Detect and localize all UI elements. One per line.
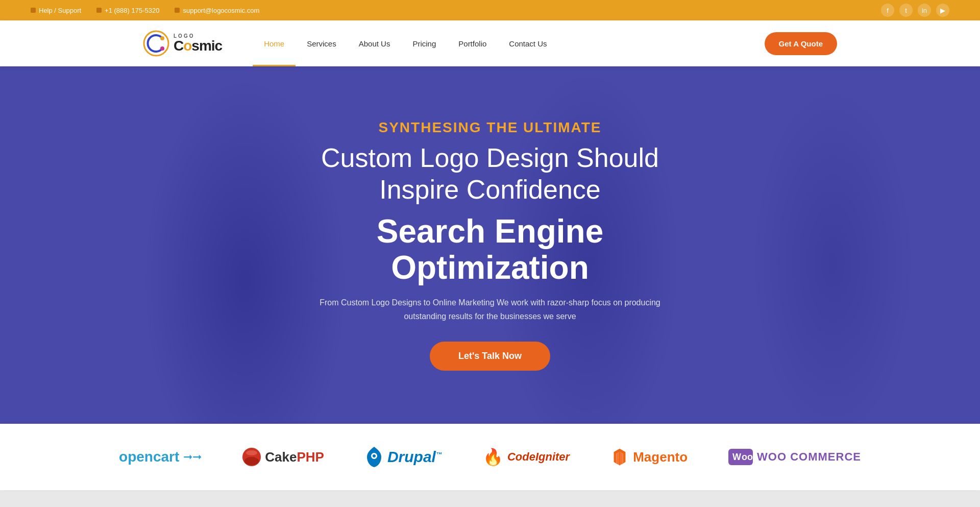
- svg-point-2: [160, 46, 164, 51]
- facebook-icon[interactable]: f: [881, 4, 894, 17]
- cakephp-text: CakePHP: [265, 449, 324, 465]
- hero-title: Custom Logo Design Should Inspire Confid…: [281, 142, 699, 206]
- nav-links: Home Services About Us Pricing Portfolio…: [253, 20, 764, 66]
- nav-pricing[interactable]: Pricing: [401, 20, 447, 66]
- hero-description: From Custom Logo Designs to Online Marke…: [316, 296, 664, 323]
- logo[interactable]: LOGO Cosmic: [143, 30, 222, 57]
- phone-item[interactable]: +1 (888) 175-5320: [96, 7, 159, 14]
- svg-point-6: [246, 450, 257, 455]
- lets-talk-button[interactable]: Let's Talk Now: [430, 342, 550, 371]
- help-icon: [31, 8, 36, 13]
- logo-icon: [143, 30, 169, 57]
- nav-about[interactable]: About Us: [348, 20, 402, 66]
- hero-heading: Search Engine Optimization: [281, 213, 699, 285]
- nav-home[interactable]: Home: [253, 20, 296, 66]
- logo-text: LOGO Cosmic: [174, 34, 222, 53]
- twitter-icon[interactable]: t: [899, 4, 913, 17]
- svg-point-5: [244, 457, 259, 465]
- svg-text:oo: oo: [742, 452, 753, 462]
- linkedin-icon[interactable]: in: [918, 4, 931, 17]
- opencart-text: opencart: [119, 449, 179, 465]
- email-item[interactable]: support@logocosmic.com: [175, 7, 259, 14]
- hero-section: SYNTHESING THE ULTIMATE Custom Logo Desi…: [0, 66, 980, 424]
- get-quote-button[interactable]: Get A Quote: [765, 32, 837, 55]
- logo-bottom-text: Cosmic: [174, 39, 222, 53]
- drupal-icon: [365, 446, 383, 468]
- magento-icon: [610, 448, 629, 466]
- svg-text:W: W: [732, 452, 741, 462]
- woocommerce-text: WOO COMMERCE: [757, 450, 861, 464]
- hero-content: SYNTHESING THE ULTIMATE Custom Logo Desi…: [271, 119, 709, 371]
- navbar: LOGO Cosmic Home Services About Us Prici…: [0, 20, 980, 66]
- nav-services[interactable]: Services: [296, 20, 348, 66]
- brands-strip: opencart ➞➞ CakePHP Drupal™ 🔥 CodeIgnite…: [0, 424, 980, 490]
- cakephp-brand[interactable]: CakePHP: [242, 448, 324, 466]
- opencart-arrow-icon: ➞➞: [183, 450, 202, 464]
- drupal-text: Drupal™: [387, 448, 442, 466]
- svg-point-8: [373, 454, 376, 457]
- woocommerce-icon: W oo: [728, 449, 753, 465]
- social-links: f t in ▶: [881, 4, 949, 17]
- instagram-icon[interactable]: ▶: [936, 4, 949, 17]
- phone-icon: [96, 8, 102, 13]
- codeigniter-brand[interactable]: 🔥 CodeIgniter: [483, 447, 570, 467]
- help-support[interactable]: Help / Support: [31, 7, 81, 14]
- top-bar: Help / Support +1 (888) 175-5320 support…: [0, 0, 980, 20]
- drupal-brand[interactable]: Drupal™: [365, 446, 442, 468]
- opencart-brand[interactable]: opencart ➞➞: [119, 449, 202, 465]
- svg-point-1: [160, 36, 164, 40]
- hero-subtitle: SYNTHESING THE ULTIMATE: [281, 119, 699, 136]
- codeigniter-flame-icon: 🔥: [483, 447, 503, 467]
- nav-portfolio[interactable]: Portfolio: [447, 20, 498, 66]
- codeigniter-text: CodeIgniter: [507, 450, 570, 464]
- cakephp-icon: [242, 448, 261, 466]
- magento-brand[interactable]: Magento: [610, 448, 688, 466]
- email-icon: [175, 8, 180, 13]
- email-address: support@logocosmic.com: [183, 7, 259, 14]
- nav-contact[interactable]: Contact Us: [498, 20, 558, 66]
- magento-text: Magento: [633, 449, 688, 465]
- woocommerce-brand[interactable]: W oo WOO COMMERCE: [728, 449, 861, 465]
- phone-number: +1 (888) 175-5320: [105, 7, 159, 14]
- top-bar-left: Help / Support +1 (888) 175-5320 support…: [31, 7, 259, 14]
- help-label: Help / Support: [39, 7, 81, 14]
